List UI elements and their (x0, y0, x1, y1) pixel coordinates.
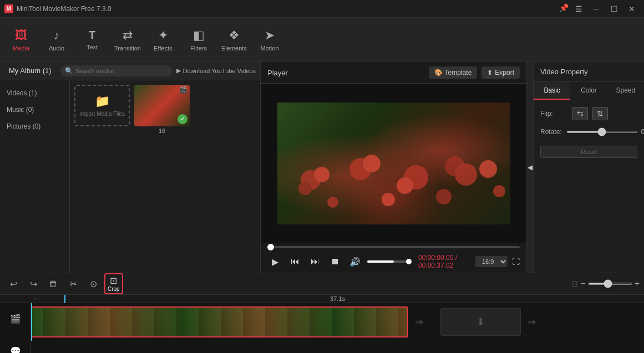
audio-icon: ♪ (54, 28, 60, 43)
ruler-spacer: + (33, 295, 64, 303)
player-header: Player 🎨 Template ⬆ Export (261, 62, 526, 84)
toolbar-audio[interactable]: ♪ Audio (40, 20, 73, 60)
zoom-in-button[interactable]: + (635, 279, 640, 289)
panel-toggle[interactable]: ◀ (526, 62, 533, 273)
flip-horizontal-button[interactable]: ⇆ (572, 107, 588, 120)
cut-button[interactable]: ✂ (64, 275, 82, 293)
template-icon: 🎨 (434, 69, 443, 76)
player-video-area (261, 84, 526, 243)
pin-icon[interactable]: 📌 (559, 3, 569, 14)
property-tabs: Basic Color Speed (534, 82, 644, 100)
delete-button[interactable]: 🗑 (44, 275, 62, 293)
left-sidebar: Videos (1) Music (0) Pictures (0) 📁 Impo… (0, 80, 260, 273)
toolbar-motion[interactable]: ➤ Motion (253, 20, 286, 60)
import-media-button[interactable]: 📁 Import Media Files (74, 85, 130, 126)
bottom-toolbar: ↩ ↪ 🗑 ✂ ⊙ ⊡ Crop ⊟ − + (0, 273, 644, 295)
video-clip-content (32, 308, 407, 336)
media-grid: 📁 Import Media Files 🎬 ✓ 16 (70, 80, 260, 273)
toolbar-transition[interactable]: ⇄ Transition (111, 20, 144, 60)
menu-button[interactable]: ☰ (571, 3, 586, 14)
media-item-video[interactable]: 🎬 ✓ 16 (134, 85, 190, 134)
title-bar: M MiniTool MovieMaker Free 7.3.0 📌 ☰ ─ ☐… (0, 0, 644, 18)
player-panel: Player 🎨 Template ⬆ Export (261, 62, 526, 273)
tab-color[interactable]: Color (570, 82, 607, 100)
toolbar-text[interactable]: T Text (75, 20, 109, 60)
album-label[interactable]: My Album (1) (4, 64, 56, 77)
search-box[interactable]: 🔍 (60, 65, 172, 76)
search-icon: 🔍 (65, 67, 73, 75)
crop-icon: ⊡ (110, 275, 117, 286)
time-current: 00:00:00.00 (418, 254, 453, 262)
right-panel: Video Property Basic Color Speed Flip: ⇆… (533, 62, 644, 273)
category-music[interactable]: Music (0) (0, 101, 69, 118)
rotate-slider-container: 0° (566, 128, 644, 136)
title-bar-left: M MiniTool MovieMaker Free 7.3.0 (4, 4, 111, 13)
track-transition-icon: ⇒ (410, 308, 427, 336)
download-youtube-button[interactable]: ▶ Download YouTube Videos (176, 67, 256, 74)
app-icon: M (4, 4, 13, 13)
toolbar-filters[interactable]: ◧ Filters (182, 20, 215, 60)
reset-button[interactable]: Reset (540, 146, 637, 158)
category-videos[interactable]: Videos (1) (0, 85, 69, 101)
media-count: 16 (134, 127, 190, 134)
video-poppies (277, 103, 510, 224)
audio-detach-button[interactable]: ⊙ (84, 275, 102, 293)
progress-thumb[interactable] (267, 244, 274, 250)
volume-thumb[interactable] (406, 259, 412, 264)
search-input[interactable] (75, 68, 168, 74)
playhead-line (31, 303, 32, 341)
toolbar-elements[interactable]: ❖ Elements (217, 20, 251, 60)
timeline-tracks: 🎬 💬 ♪ (0, 303, 644, 353)
main-area: My Album (1) 🔍 ▶ Download YouTube Videos… (0, 62, 644, 273)
timeline-add-icon[interactable]: + (33, 295, 37, 302)
track-content: ⇒ ⬇ ⇒ (31, 303, 644, 353)
player-progress[interactable] (261, 243, 526, 250)
minimize-button[interactable]: ─ (589, 3, 604, 14)
tab-basic[interactable]: Basic (534, 82, 570, 100)
svg-point-2 (298, 182, 312, 195)
zoom-out-button[interactable]: − (580, 279, 585, 289)
effects-icon: ✦ (158, 28, 168, 43)
title-bar-controls: 📌 ☰ ─ ☐ ✕ (559, 3, 640, 14)
progress-bar[interactable] (267, 246, 520, 248)
close-button[interactable]: ✕ (624, 3, 640, 14)
maximize-button[interactable]: ☐ (606, 3, 622, 14)
prev-frame-button[interactable]: ⏮ (287, 254, 303, 269)
crop-label: Crop (108, 286, 120, 292)
player-title: Player (267, 69, 288, 77)
video-track: ⇒ ⬇ ⇒ (31, 303, 644, 341)
video-preview (277, 103, 510, 224)
toolbar-media[interactable]: 🖼 Media (4, 20, 38, 60)
flip-vertical-button[interactable]: ⇅ (592, 107, 608, 120)
crop-button[interactable]: ⊡ Crop (104, 273, 123, 294)
export-button[interactable]: ⬆ Export (481, 66, 520, 79)
redo-button[interactable]: ↪ (24, 275, 42, 293)
toolbar-effects-label: Effects (154, 45, 172, 52)
toolbar: 🖼 Media ♪ Audio T Text ⇄ Transition ✦ Ef… (0, 18, 644, 62)
tab-speed[interactable]: Speed (607, 82, 644, 100)
timeline: + 37.1s 🎬 💬 ♪ (0, 295, 644, 353)
fullscreen-button[interactable]: ⛶ (512, 257, 520, 266)
play-button[interactable]: ▶ (267, 254, 283, 269)
aspect-ratio-select[interactable]: 16:9 9:16 4:3 1:1 (475, 256, 508, 267)
undo-button[interactable]: ↩ (4, 275, 22, 293)
video-clip[interactable] (31, 306, 408, 337)
zoom-controls: ⊟ − + (571, 279, 640, 289)
rotate-slider[interactable] (566, 131, 638, 133)
toolbar-effects[interactable]: ✦ Effects (146, 20, 180, 60)
category-pictures[interactable]: Pictures (0) (0, 118, 69, 135)
toolbar-media-label: Media (13, 45, 29, 52)
stop-button[interactable]: ⏹ (327, 254, 343, 269)
timeline-ruler: + 37.1s (0, 295, 644, 303)
next-frame-button[interactable]: ⏭ (307, 254, 323, 269)
rotate-row: Rotate: 0° (540, 128, 637, 136)
subtitle-track-icon: 💬 (0, 335, 31, 353)
svg-point-12 (436, 189, 452, 204)
add-subtitle-block[interactable]: ⬇ (440, 308, 521, 336)
zoom-slider[interactable] (588, 283, 632, 285)
template-button[interactable]: 🎨 Template (429, 66, 478, 79)
volume-slider[interactable] (367, 260, 412, 263)
volume-button[interactable]: 🔊 (347, 254, 363, 269)
timeline-time-marker: 37.1s (330, 295, 345, 302)
transition-icon: ⇄ (123, 28, 133, 43)
